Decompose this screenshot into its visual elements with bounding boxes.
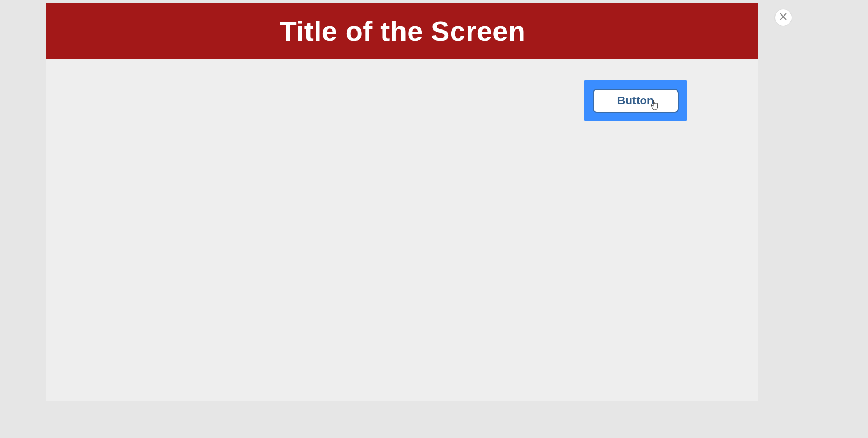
- modal-body: Button: [47, 59, 758, 401]
- close-icon: [780, 13, 787, 22]
- action-button-label: Button: [617, 94, 654, 108]
- action-button[interactable]: Button: [593, 89, 679, 113]
- button-highlight-box: Button: [584, 80, 687, 121]
- modal-container: Title of the Screen Button: [47, 3, 758, 401]
- modal-header: Title of the Screen: [47, 3, 758, 59]
- page-wrapper: Title of the Screen Button: [0, 0, 868, 438]
- close-button[interactable]: [775, 9, 792, 26]
- modal-title: Title of the Screen: [280, 15, 526, 47]
